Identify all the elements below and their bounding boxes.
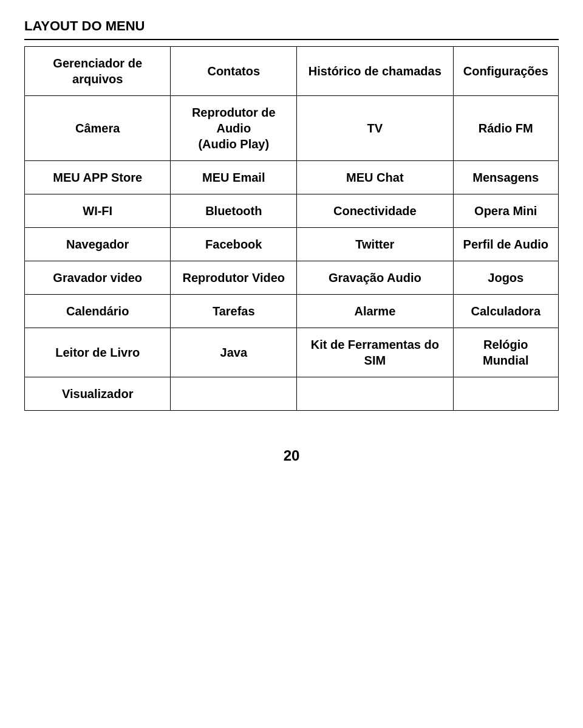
table-cell: Tarefas [171,295,297,328]
table-cell [297,377,453,411]
table-cell: Gravação Audio [297,261,453,295]
table-cell: Calendário [25,295,171,328]
table-cell: WI-FI [25,194,171,228]
table-cell: Câmera [25,96,171,161]
table-cell: MEU Chat [297,161,453,194]
table-cell: Gerenciador de arquivos [25,47,171,96]
table-cell: Facebook [171,228,297,261]
table-cell [171,377,297,411]
table-row: Visualizador [25,377,559,411]
table-cell: Navegador [25,228,171,261]
menu-table: Gerenciador de arquivosContatosHistórico… [24,46,559,411]
page-number: 20 [24,447,559,464]
table-cell: Opera Mini [453,194,558,228]
table-cell: Alarme [297,295,453,328]
table-cell: Perfil de Audio [453,228,558,261]
table-cell [453,377,558,411]
table-cell: Bluetooth [171,194,297,228]
table-cell: Leitor de Livro [25,328,171,377]
table-row: CalendárioTarefasAlarmeCalculadora [25,295,559,328]
table-cell: Rádio FM [453,96,558,161]
table-cell: Reprodutor Video [171,261,297,295]
table-cell: Histórico de chamadas [297,47,453,96]
table-cell: Jogos [453,261,558,295]
table-row: NavegadorFacebookTwitterPerfil de Audio [25,228,559,261]
table-cell: Conectividade [297,194,453,228]
table-cell: Reprodutor de Audio(Audio Play) [171,96,297,161]
table-cell: Calculadora [453,295,558,328]
table-cell: Gravador video [25,261,171,295]
table-cell: Visualizador [25,377,171,411]
table-row: Leitor de LivroJavaKit de Ferramentas do… [25,328,559,377]
table-cell: Relógio Mundial [453,328,558,377]
table-cell: Twitter [297,228,453,261]
table-row: Gerenciador de arquivosContatosHistórico… [25,47,559,96]
table-cell: MEU APP Store [25,161,171,194]
table-cell: Mensagens [453,161,558,194]
table-row: CâmeraReprodutor de Audio(Audio Play)TVR… [25,96,559,161]
table-row: Gravador videoReprodutor VideoGravação A… [25,261,559,295]
table-cell: MEU Email [171,161,297,194]
table-cell: Contatos [171,47,297,96]
table-row: MEU APP StoreMEU EmailMEU ChatMensagens [25,161,559,194]
table-cell: Configurações [453,47,558,96]
table-cell: Java [171,328,297,377]
page-title: LAYOUT DO MENU [24,18,559,40]
table-cell: Kit de Ferramentas do SIM [297,328,453,377]
table-cell: TV [297,96,453,161]
table-row: WI-FIBluetoothConectividadeOpera Mini [25,194,559,228]
